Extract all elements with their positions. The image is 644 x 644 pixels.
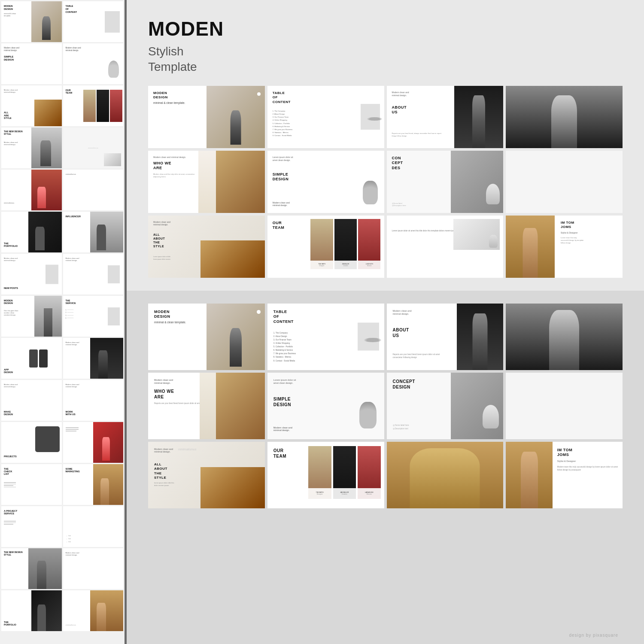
slide-style-bottom[interactable]: minimalismus Modern clean andminimal des… — [148, 442, 265, 508]
slide-style-top[interactable]: minimalismus Modern clean andminimal des… — [148, 216, 265, 278]
sidebar-slide-13[interactable]: Modern clean andminimal design. NEW POST… — [1, 254, 62, 295]
slide-about-us-bottom[interactable]: Modern clean andminimal design. ABOUTUS … — [387, 304, 504, 370]
sidebar-slide-26[interactable]: –Item –Item –Item — [63, 506, 124, 547]
toc-item: 6. Marketing & Service — [273, 125, 292, 128]
slide-title: SIMPLEDESIGN — [273, 396, 291, 407]
brand-title: MODEN — [148, 17, 623, 40]
slide-title: ABOUTUS — [392, 105, 407, 115]
slide-title: CONCEPTDES — [392, 156, 498, 171]
slide-blank-2-bottom[interactable] — [506, 373, 623, 439]
slide-subtitle: minimal & clean template. — [153, 101, 260, 105]
sidebar-slide-20[interactable]: Modern clean andminimal design. WORKWITH… — [63, 380, 124, 421]
sidebar-slide-12[interactable]: INFLUENCER — [63, 212, 124, 252]
sidebar-slide-21[interactable]: PROJECTS — [1, 422, 62, 463]
sidebar-slide-3[interactable]: Modern clean andminimal design. SIMPLEDE… — [1, 43, 62, 84]
slide-title: TABLEOFCONTENT — [273, 91, 379, 104]
sidebar-slide-14[interactable]: Modern clean andminimal design. — [63, 254, 124, 295]
toc-item: 4. Online Shopping — [273, 118, 292, 122]
slide-title: IM TOMJOMS — [557, 448, 619, 458]
sidebar-slide-6[interactable]: OURTEAM — [63, 85, 124, 126]
slide-blank-top[interactable] — [506, 86, 623, 148]
slide-who-we-are-top[interactable]: Modern clean and minimal design. WHO WEA… — [148, 151, 265, 213]
slide-moden-design-top[interactable]: MODENDESIGN minimal & clean template. — [148, 86, 265, 148]
toc-item: 3. Our Finance Team — [273, 115, 292, 118]
sidebar-slide-30[interactable]: minimalismus — [63, 590, 124, 631]
sidebar-slide-4[interactable]: Modern clean andminimal design. — [63, 43, 124, 84]
slide-title: OURTEAM — [273, 221, 379, 231]
toc-item: 7. We grow your Business — [273, 128, 292, 131]
bottom-slides-grid: MODENDESIGN minimal & clean template. TA… — [148, 304, 623, 508]
slide-title: WHO WEARE — [153, 161, 260, 171]
toc-item: 1. The Company — [273, 109, 292, 112]
slide-table-of-content-top[interactable]: TABLEOFCONTENT 1. The Company 2. About D… — [267, 86, 384, 148]
sidebar-slide-18[interactable]: Modern clean andminimal design. — [63, 338, 124, 379]
slide-title: TABLEOFCONTENT — [273, 310, 378, 325]
slide-blank-bottom[interactable] — [506, 304, 623, 370]
toc-item: 5. Collection - Portfolio — [273, 122, 292, 125]
slide-concept-bottom[interactable]: CONCEPTDESIGN ◎ Some label here◎ Descrip… — [387, 373, 504, 439]
slide-our-team-bottom[interactable]: OURTEAM TIM SMITHDesigner JAN MILLERCrea… — [267, 442, 384, 508]
bottom-section: MODENDESIGN minimal & clean template. TA… — [127, 291, 644, 644]
sidebar-slide-5[interactable]: Modern clean andminimal design. ALLABEST… — [1, 85, 62, 126]
sidebar-slide-23[interactable]: THECHECKLIST — [1, 464, 62, 505]
slide-title: WHO WEARE — [154, 389, 259, 400]
slide-table-of-content-bottom[interactable]: TABLEOFCONTENT 1. The Company 2. About D… — [267, 304, 384, 370]
sidebar-slide-8[interactable]: minimalismus — [63, 128, 124, 168]
sidebar-slide-25[interactable]: A PROJECTSERVICE — [1, 506, 62, 547]
sidebar-slide-19[interactable]: Modern clean andminimal design. MAKEDESI… — [1, 380, 62, 421]
toc-item: 9. Contact - Social Media — [273, 134, 292, 137]
slide-im-tom-bottom[interactable]: IM TOMJOMS Stylist & Designer Modern tea… — [506, 442, 623, 508]
sidebar-slide-22[interactable] — [63, 422, 124, 463]
slide-blank-2-top[interactable] — [506, 151, 623, 213]
sidebar-slide-11[interactable]: THEPORTFOLIO — [1, 212, 62, 252]
slide-our-team-top[interactable]: OURTEAM TOM SMITHDesigner JIM MILLERCrea… — [267, 216, 384, 278]
top-section: MODEN StylishTemplate MODENDESIGN minima… — [127, 0, 644, 291]
slide-title: ALLABOUTTHESTYLE — [153, 233, 165, 248]
slide-moden-design-bottom[interactable]: MODENDESIGN minimal & clean template. — [148, 304, 265, 370]
sidebar-slide-24[interactable]: SOMEMARKETING — [63, 464, 124, 505]
slide-title: IM TOMJOMS — [561, 221, 584, 230]
slide-title: MODENDESIGN — [153, 91, 260, 100]
slide-im-tom-top[interactable]: IM TOMJOMS Stylist & Designer Lorem team… — [506, 216, 623, 278]
slide-who-we-are-bottom[interactable]: Modern clean andminimal design. WHO WEAR… — [148, 373, 265, 439]
sidebar-slide-2[interactable]: TABLEOFCONTENT — [63, 1, 124, 42]
sidebar-slide-28[interactable]: Modern clean andminimal design. — [63, 548, 124, 589]
slide-title: OURTEAM — [273, 448, 378, 459]
sidebar-slide-1[interactable]: MODENDESIGN minimal & cleantemplate. — [1, 1, 62, 42]
slide-portrait-bottom[interactable] — [387, 442, 504, 508]
main-area: MODEN StylishTemplate MODENDESIGN minima… — [127, 0, 644, 644]
sidebar-slide-29[interactable]: THEPORFOLIO — [1, 590, 62, 631]
slide-about-us-top[interactable]: Modern clean andminimal design. ABOUTUS … — [387, 86, 504, 148]
brand-subtitle: StylishTemplate — [148, 44, 623, 75]
sidebar: MODENDESIGN minimal & cleantemplate. TAB… — [0, 0, 125, 644]
slide-concept-top[interactable]: CONCEPTDES ◎ Some label◎ Description her… — [387, 151, 504, 213]
top-slides-grid: MODENDESIGN minimal & clean template. TA… — [148, 86, 623, 278]
slide-simple-design-bottom[interactable]: Lorem ipsum dolor sitamet clean design. … — [267, 373, 384, 439]
sidebar-slide-15[interactable]: MODENDESIGN One line giant leanmodern cl… — [1, 296, 62, 337]
slide-text-block-top[interactable]: Lorem ipsum dolor sit amet this title do… — [387, 216, 504, 278]
slide-title: ABOUTUS — [393, 327, 409, 338]
sidebar-slide-16[interactable]: THESERVICE 1. ──────2. ──────3. ──────4.… — [63, 296, 124, 337]
footer-credit: design by pixasquare — [569, 633, 618, 638]
slide-title: SIMPLEDESIGN — [273, 172, 289, 182]
sidebar-slide-27[interactable]: THE NEW DESIGNSTYLE. — [1, 548, 62, 589]
toc-item: 8. Statistics - Metrics — [273, 131, 292, 134]
slide-subtitle: minimal & clean template. — [154, 320, 259, 324]
sidebar-slide-10[interactable]: minimalismus — [63, 170, 124, 210]
slide-title: CONCEPTDESIGN — [393, 379, 498, 390]
sidebar-slide-9[interactable]: minimalismus — [1, 170, 62, 210]
sidebar-slide-17[interactable]: APPDESIGN — [1, 338, 62, 379]
sidebar-slide-7[interactable]: THE NEW DESIGNSTYLE. Modern clean andmin… — [1, 128, 62, 168]
slide-simple-design-top[interactable]: Lorem ipsum dolor sitamet clean design. … — [267, 151, 384, 213]
slide-title: MODENDESIGN — [154, 310, 259, 319]
slide-title: ALLABOUTTHESTYLE — [154, 462, 167, 480]
toc-item: 2. About Design — [273, 112, 292, 115]
